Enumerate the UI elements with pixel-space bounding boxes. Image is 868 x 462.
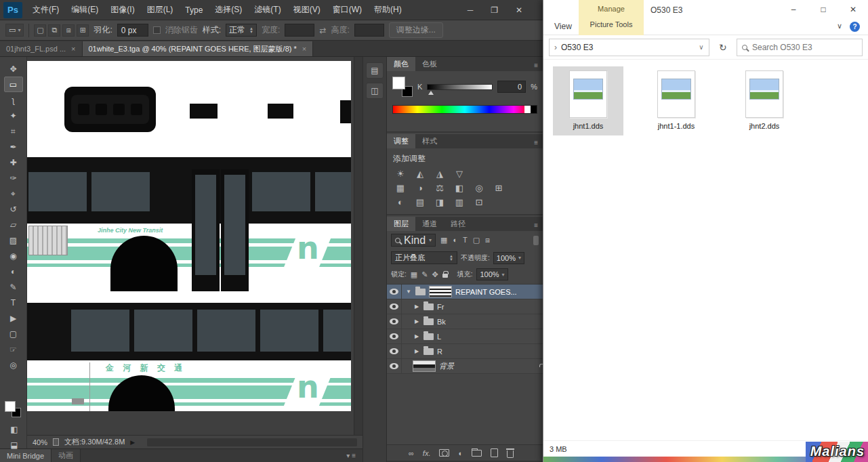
filter-toggle[interactable]	[533, 236, 539, 245]
adjustment-icon[interactable]: ▽	[453, 169, 466, 179]
panel-menu-icon[interactable]: ≡	[534, 222, 543, 231]
filter-type-icon[interactable]: T	[463, 236, 468, 245]
selection-mode-icon[interactable]: ⧈	[62, 24, 75, 37]
collapsed-panel-button[interactable]: ◫	[366, 83, 384, 99]
tool-button[interactable]: T	[4, 295, 23, 310]
tool-button[interactable]: ▱	[4, 217, 23, 232]
adjustment-layer-icon[interactable]: ◐	[458, 449, 463, 457]
layer-row[interactable]: ▶ R	[387, 344, 543, 359]
width-input[interactable]	[285, 24, 314, 37]
menu-item[interactable]: Type	[179, 0, 209, 20]
filter-type-icon[interactable]: ▢	[473, 236, 480, 245]
layer-row[interactable]: ▶ L	[387, 329, 543, 344]
zoom-level[interactable]: 40%	[33, 438, 47, 446]
tool-button[interactable]: ✚	[4, 154, 23, 170]
color-spectrum-ramp[interactable]	[392, 105, 537, 114]
manage-contextual-tab[interactable]: Manage Picture Tools	[579, 0, 644, 35]
height-input[interactable]	[354, 24, 384, 37]
refine-edge-button[interactable]: 调整边缘...	[389, 22, 443, 38]
lock-all-icon[interactable]	[442, 274, 448, 278]
collapsed-panel-button[interactable]: ▤	[366, 62, 384, 79]
manage-label[interactable]: Manage	[579, 0, 644, 13]
refresh-button[interactable]: ↻	[715, 39, 732, 56]
tool-button[interactable]: ✒	[4, 139, 23, 154]
adjustment-icon[interactable]: ◧	[453, 183, 466, 193]
tool-button[interactable]: ▨	[4, 232, 23, 248]
menu-item[interactable]: 图层(L)	[141, 0, 180, 20]
layer-row[interactable]: ▶ Bk	[387, 314, 543, 329]
layer-style-icon[interactable]: fx.	[423, 449, 431, 457]
tab-swatches[interactable]: 色板	[415, 57, 444, 71]
adjustment-icon[interactable]: ☀	[394, 169, 407, 179]
expand-caret-icon[interactable]: ▶	[413, 348, 420, 354]
adjustment-icon[interactable]: ◮	[433, 169, 447, 179]
layer-row[interactable]: 背景	[387, 359, 543, 374]
tool-button[interactable]: ⌗	[4, 123, 23, 139]
foreground-color-swatch[interactable]	[5, 401, 16, 412]
selection-mode-icon[interactable]: ⧉	[48, 24, 60, 37]
adjustment-icon[interactable]: ◭	[413, 169, 427, 179]
help-icon[interactable]: ?	[850, 22, 860, 32]
menu-item[interactable]: 编辑(E)	[65, 0, 104, 20]
breadcrumb[interactable]: › O530 E3 ∨	[549, 39, 709, 56]
new-layer-icon[interactable]	[491, 448, 498, 457]
adjustment-icon[interactable]: ◑	[413, 183, 427, 193]
tool-button[interactable]: ⌖	[4, 186, 23, 201]
ribbon-collapse-icon[interactable]: ∨	[837, 22, 842, 30]
tab-adjustments[interactable]: 调整	[387, 134, 415, 148]
file-item[interactable]: jhnt1-1.dds	[641, 66, 711, 135]
chevron-right-icon[interactable]: ›	[554, 43, 557, 52]
adjustment-icon[interactable]: ◎	[472, 183, 486, 193]
panel-menu-icon[interactable]: ▾ ≡	[346, 452, 363, 459]
tab-close-icon[interactable]: ×	[71, 45, 75, 53]
adjustment-icon[interactable]: ◐	[394, 197, 407, 207]
close-icon[interactable]: ✕	[838, 0, 868, 19]
menu-item[interactable]: 文件(F)	[26, 0, 65, 20]
layer-filter-dropdown[interactable]: Kind ▾	[391, 234, 436, 247]
adjustment-icon[interactable]: ▥	[453, 197, 466, 207]
tab-animation[interactable]: 动画	[51, 449, 81, 462]
breadcrumb-dropdown-icon[interactable]: ∨	[699, 43, 703, 51]
tool-preset-dropdown[interactable]: ▭ ▾	[5, 24, 24, 37]
adjustment-icon[interactable]: ⊡	[472, 197, 486, 207]
adjustment-icon[interactable]: ▦	[394, 183, 407, 193]
menu-item[interactable]: 视图(V)	[287, 0, 327, 20]
adjustment-icon[interactable]: ⊞	[492, 183, 505, 193]
minimize-icon[interactable]: ─	[468, 5, 474, 15]
tab-channels[interactable]: 通道	[415, 217, 444, 231]
visibility-toggle[interactable]	[387, 329, 402, 343]
tab-styles[interactable]: 样式	[415, 134, 444, 148]
tool-button[interactable]: ✎	[4, 279, 23, 295]
adjustment-icon[interactable]: ▤	[413, 197, 427, 207]
file-item[interactable]: jhnt2.dds	[729, 66, 800, 135]
document-tab[interactable]: 01jhnt3_FL.psd ... ×	[0, 41, 83, 56]
menu-item[interactable]: 图像(I)	[104, 0, 140, 20]
expand-caret-icon[interactable]: ▶	[413, 303, 420, 310]
tab-view[interactable]: View	[554, 22, 572, 31]
k-value-input[interactable]: 0	[497, 81, 526, 93]
tool-button[interactable]: ▢	[4, 326, 23, 341]
tool-button[interactable]: ◎	[4, 357, 23, 373]
opacity-input[interactable]: 100% ▾	[493, 252, 524, 264]
canvas-artboard[interactable]: Jinhe City New Transit n 金 河 新 交 通	[27, 61, 351, 411]
add-mask-icon[interactable]	[439, 449, 449, 457]
adjustment-icon[interactable]: ◨	[433, 197, 447, 207]
expand-caret-icon[interactable]: ▼	[405, 289, 412, 295]
tab-close-icon[interactable]: ×	[302, 45, 306, 53]
layer-row[interactable]: ▼ REPAINT GOES...	[387, 285, 543, 299]
tool-button[interactable]: ✑	[4, 170, 23, 186]
new-group-icon[interactable]	[472, 450, 482, 457]
tool-button[interactable]: ▶	[4, 310, 23, 326]
layer-row[interactable]: ▶ Fr	[387, 299, 543, 314]
visibility-toggle[interactable]	[387, 299, 402, 314]
color-swatches[interactable]: ◧ ⬓	[5, 396, 24, 453]
menu-item[interactable]: 帮助(H)	[368, 0, 408, 20]
breadcrumb-folder[interactable]: O530 E3	[561, 43, 593, 52]
lock-pixels-icon[interactable]: ✎	[421, 270, 428, 279]
visibility-toggle[interactable]	[387, 285, 402, 299]
menu-item[interactable]: 选择(S)	[209, 0, 248, 20]
tool-button[interactable]: ✥	[4, 61, 23, 77]
tool-button[interactable]: ☞	[4, 341, 23, 357]
maximize-icon[interactable]: □	[808, 0, 838, 19]
visibility-toggle[interactable]	[387, 344, 402, 358]
